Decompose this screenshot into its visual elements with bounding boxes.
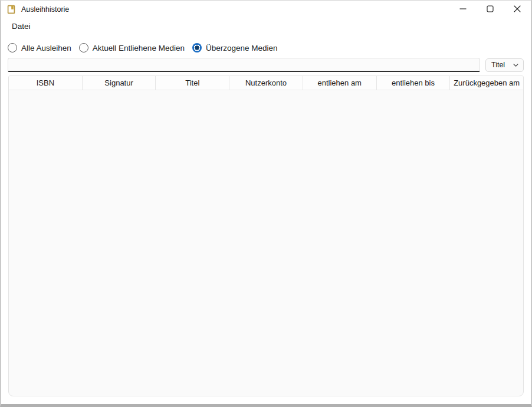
maximize-button[interactable]: [477, 1, 504, 18]
chevron-down-icon: [513, 62, 519, 68]
table-body-empty: [9, 90, 523, 396]
radio-aktuell-entliehene-medien[interactable]: Aktuell Entliehene Medien: [79, 43, 185, 52]
radio-circle-icon[interactable]: [8, 43, 17, 52]
radio-ueberzogene-medien[interactable]: Überzogene Medien: [192, 43, 278, 52]
radio-alle-ausleihen[interactable]: Alle Ausleihen: [8, 43, 71, 52]
menubar: Datei: [1, 18, 531, 34]
search-input[interactable]: [8, 58, 480, 72]
book-icon: [6, 5, 16, 14]
column-header-entliehen-am[interactable]: entliehen am: [303, 76, 377, 90]
menu-item-datei[interactable]: Datei: [6, 20, 36, 32]
column-header-nutzerkonto[interactable]: Nutzerkonto: [229, 76, 303, 90]
column-header-signatur[interactable]: Signatur: [83, 76, 156, 90]
close-icon: [514, 5, 521, 14]
column-header-zurueckgegeben-am[interactable]: Zurückgegeben am: [450, 76, 523, 90]
radio-label: Alle Ausleihen: [21, 44, 71, 52]
window-controls: [449, 1, 531, 18]
column-header-entliehen-bis[interactable]: entliehen bis: [377, 76, 451, 90]
radio-circle-icon[interactable]: [79, 43, 88, 52]
radio-label: Aktuell Entliehene Medien: [93, 44, 185, 52]
app-window: Ausleihhistorie Datei: [0, 0, 532, 407]
sort-field-selected-value: Titel: [491, 61, 505, 69]
titlebar: Ausleihhistorie: [1, 1, 531, 18]
sort-field-dropdown[interactable]: Titel: [485, 58, 524, 72]
window-title: Ausleihhistorie: [21, 5, 69, 14]
column-header-isbn[interactable]: ISBN: [9, 76, 83, 90]
close-button[interactable]: [504, 1, 531, 18]
search-row: Titel: [8, 58, 524, 72]
filter-radio-group: Alle Ausleihen Aktuell Entliehene Medien…: [8, 42, 531, 54]
maximize-icon: [487, 5, 494, 14]
minimize-icon: [459, 5, 467, 14]
table-header-row: ISBN Signatur Titel Nutzerkonto entliehe…: [9, 76, 523, 90]
radio-label: Überzogene Medien: [206, 44, 278, 52]
column-header-titel[interactable]: Titel: [156, 76, 229, 90]
loan-history-table: ISBN Signatur Titel Nutzerkonto entliehe…: [8, 76, 524, 396]
minimize-button[interactable]: [449, 1, 477, 18]
radio-circle-icon[interactable]: [192, 43, 202, 52]
